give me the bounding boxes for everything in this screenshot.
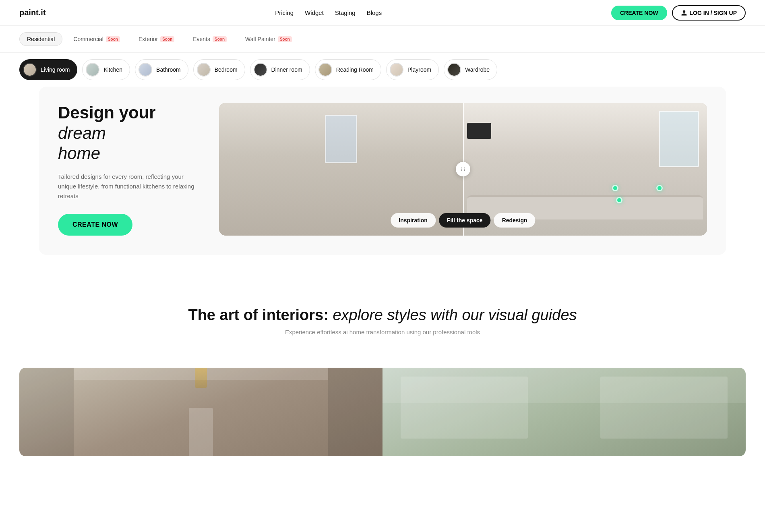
soon-badge-exterior: Soon (160, 36, 174, 42)
room-label-reading-room: Reading Room (336, 66, 374, 73)
room-chip-bedroom[interactable]: Bedroom (193, 59, 245, 80)
green-dot-2 (616, 197, 622, 203)
room-thumb-living-room (23, 63, 37, 77)
room-thumb-bedroom (197, 63, 211, 77)
navbar: paint.it PricingWidgetStagingBlogs CREAT… (0, 0, 765, 26)
svg-point-5 (464, 170, 465, 171)
room-thumb-kitchen (86, 63, 99, 77)
room-chip-playroom[interactable]: Playroom (386, 59, 439, 80)
hero-section: Design your dreamhome Tailored designs f… (39, 87, 726, 255)
hallway-wall-right (328, 368, 382, 456)
chandelier (195, 368, 207, 388)
room-label-dinner-room: Dinner room (271, 66, 302, 73)
mode-pills: InspirationFill the spaceRedesign (391, 213, 535, 228)
room-chip-dinner-room[interactable]: Dinner room (250, 59, 310, 80)
bottom-image-grid (19, 368, 746, 456)
hallway-wall-left (19, 368, 74, 456)
room-label-wardrobe: Wardrobe (465, 66, 490, 73)
room-label-bathroom: Bathroom (156, 66, 181, 73)
tab-residential[interactable]: Residential (19, 32, 62, 46)
room-label-playroom: Playroom (407, 66, 431, 73)
room-label-bedroom: Bedroom (215, 66, 238, 73)
mode-pill-fill-the-space[interactable]: Fill the space (439, 213, 491, 228)
svg-point-0 (461, 168, 462, 168)
logo[interactable]: paint.it (19, 8, 46, 17)
green-dot-1 (612, 185, 618, 191)
mode-pill-redesign[interactable]: Redesign (494, 213, 536, 228)
create-now-hero-button[interactable]: CREATE NOW (58, 214, 132, 236)
mode-pill-inspiration[interactable]: Inspiration (391, 213, 436, 228)
room-chip-reading-room[interactable]: Reading Room (315, 59, 381, 80)
tab-wall-painter[interactable]: Wall PainterSoon (238, 32, 300, 46)
nav-link-pricing[interactable]: Pricing (275, 9, 294, 16)
hallway-door (189, 408, 213, 456)
green-dot-3 (656, 185, 663, 191)
room-thumb-wardrobe (447, 63, 461, 77)
room-chip-kitchen[interactable]: Kitchen (82, 59, 130, 80)
svg-point-3 (464, 168, 465, 168)
svg-point-4 (464, 169, 465, 170)
tab-commercial[interactable]: CommercialSoon (66, 32, 128, 46)
bottom-image-left (19, 368, 382, 456)
art-headline-italic: explore styles with our visual guides (333, 306, 577, 323)
bottom-image-right (382, 368, 746, 456)
hero-description: Tailored designs for every room, reflect… (58, 172, 203, 201)
panel-left (401, 377, 528, 439)
nav-link-staging[interactable]: Staging (335, 9, 356, 16)
room-thumb-reading-room (318, 63, 332, 77)
nav-link-blogs[interactable]: Blogs (367, 9, 382, 16)
svg-point-2 (461, 170, 462, 171)
category-tabs: ResidentialCommercialSoonExteriorSoonEve… (0, 26, 765, 53)
window-right (659, 111, 699, 167)
room-thumb-playroom (390, 63, 403, 77)
art-headline: The art of interiors: explore styles wit… (19, 306, 746, 324)
nav-right: CREATE NOW LOG IN / SIGN UP (611, 5, 746, 21)
tab-events[interactable]: EventsSoon (185, 32, 234, 46)
room-selector: Living roomKitchenBathroomBedroomDinner … (0, 53, 765, 87)
drag-icon (460, 166, 466, 172)
user-icon (681, 10, 687, 16)
login-button[interactable]: LOG IN / SIGN UP (672, 5, 746, 21)
login-label: LOG IN / SIGN UP (690, 10, 737, 16)
room-chip-bathroom[interactable]: Bathroom (135, 59, 188, 80)
room-thumb-bathroom (139, 63, 152, 77)
art-headline-bold: The art of interiors: (188, 306, 328, 323)
room-chip-wardrobe[interactable]: Wardrobe (444, 59, 497, 80)
hero-comparison: InspirationFill the spaceRedesign (219, 103, 707, 236)
soon-badge-events: Soon (213, 36, 227, 42)
panel-right (600, 377, 728, 439)
create-now-nav-button[interactable]: CREATE NOW (611, 6, 667, 20)
hero-headline: Design your dreamhome (58, 103, 203, 164)
nav-links: PricingWidgetStagingBlogs (275, 9, 382, 16)
svg-point-1 (461, 169, 462, 170)
soon-badge-wall-painter: Soon (278, 36, 292, 42)
window-left (325, 115, 357, 163)
nav-link-widget[interactable]: Widget (305, 9, 324, 16)
room-thumb-dinner-room (254, 63, 267, 77)
tab-exterior[interactable]: ExteriorSoon (131, 32, 182, 46)
room-chip-living-room[interactable]: Living room (19, 59, 77, 80)
art-section: The art of interiors: explore styles wit… (0, 274, 765, 368)
art-description: Experience effortless ai home transforma… (19, 329, 746, 335)
soon-badge-commercial: Soon (106, 36, 120, 42)
hero-left: Design your dreamhome Tailored designs f… (58, 103, 203, 236)
room-label-living-room: Living room (41, 66, 70, 73)
comparison-container: InspirationFill the spaceRedesign (219, 103, 707, 236)
tv (467, 123, 491, 139)
room-label-kitchen: Kitchen (103, 66, 122, 73)
comparison-divider-handle[interactable] (456, 162, 470, 176)
